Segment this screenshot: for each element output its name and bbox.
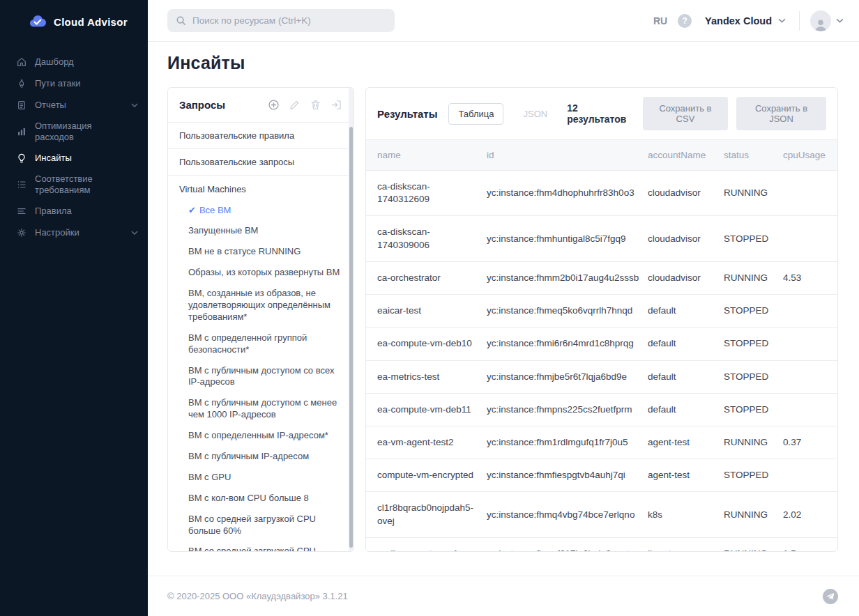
sidebar-item-reports[interactable]: Отчеты	[0, 94, 148, 116]
help-icon[interactable]: ?	[678, 14, 692, 28]
query-item-label: ВМ со средней загрузкой CPU больше 60%	[188, 514, 347, 537]
cell-account-name: cloudadvisor	[648, 171, 724, 216]
tab-table[interactable]: Таблица	[448, 103, 503, 125]
sidebar-item-rules[interactable]: Правила	[0, 200, 148, 222]
cell-status: STOPPED	[724, 328, 783, 360]
table-row[interactable]: ea-compute-vm-deb11 yc:instance:fhmpns22…	[366, 393, 837, 426]
tab-json[interactable]: JSON	[513, 103, 557, 125]
cell-id: yc:instance:fhm1rdlmgufq1fr7j0u5	[487, 426, 648, 459]
search-input[interactable]	[192, 15, 386, 26]
table-row[interactable]: ca-diskscan-1740312609 yc:instance:fhm4d…	[366, 171, 837, 216]
page-title: Инсайты	[167, 53, 838, 73]
sidebar-item-insights[interactable]: Инсайты	[0, 147, 148, 169]
column-header-name: name	[366, 140, 487, 171]
sidebar-item-label: Настройки	[35, 227, 79, 238]
table-row[interactable]: ca-diskscan-1740309006 yc:instance:fhmhu…	[366, 216, 837, 261]
query-section-custom-queries[interactable]: Пользовательские запросы	[168, 148, 354, 175]
sidebar-item-label: Отчеты	[35, 100, 66, 111]
query-item-label: ВМ с определенной группой безопасности*	[188, 332, 347, 356]
cell-status: STOPPED	[724, 216, 783, 261]
org-switcher[interactable]: Yandex Cloud	[702, 15, 789, 26]
add-query-button[interactable]	[268, 99, 280, 111]
query-item-label: Все ВМ	[199, 205, 231, 217]
scrollbar-thumb[interactable]	[349, 127, 353, 548]
query-item[interactable]: ✔ ВМ с определенным IP-адресом*	[188, 426, 347, 447]
language-switcher[interactable]: RU	[653, 15, 667, 26]
org-name: Yandex Cloud	[705, 15, 772, 26]
cell-name: ca-diskscan-1740312609	[366, 171, 487, 216]
cell-cpu-usage	[783, 216, 837, 261]
telegram-icon[interactable]	[823, 589, 838, 604]
query-item[interactable]: ✔ ВМ с определенной группой безопасности…	[188, 328, 347, 360]
cell-cpu-usage: 1.5	[783, 537, 837, 552]
chevron-down-icon	[131, 103, 138, 107]
query-item[interactable]: ✔ ВМ с GPU	[188, 467, 347, 488]
cell-id: yc:instance:fhmeq5ko6vqrrlh7hnqd	[487, 295, 648, 328]
check-icon: ✔	[188, 205, 196, 217]
cell-cpu-usage: 0.37	[783, 426, 837, 459]
home-icon	[15, 56, 27, 68]
export-query-button[interactable]	[330, 99, 342, 111]
chevron-down-icon	[778, 18, 786, 23]
sidebar-item-attack-paths[interactable]: Пути атаки	[0, 72, 148, 94]
queries-title: Запросы	[179, 99, 225, 111]
table-row[interactable]: ea-lb-compute-vm1 yc:instance:fhmgf617in…	[366, 537, 837, 552]
rules-icon	[15, 205, 27, 217]
cell-id: yc:instance:fhmi6r6n4mrd1c8hprqg	[487, 328, 648, 360]
query-item-label: ВМ с публичным доступом со всех IP-адрес…	[188, 365, 347, 389]
column-header-cpuusage: cpuUsage	[783, 140, 837, 171]
table-row[interactable]: compute-vm-encrypted yc:instance:fhmfies…	[366, 459, 837, 492]
save-json-button[interactable]: Сохранить в JSON	[736, 97, 826, 130]
query-item[interactable]: ✔ ВМ со средней загрузкой CPU больше 60%	[188, 509, 347, 541]
table-row[interactable]: ea-metrics-test yc:instance:fhmjbe5r6t7l…	[366, 360, 837, 393]
query-item[interactable]: ✔ Запущенные ВМ	[188, 221, 347, 242]
cell-name: ea-metrics-test	[366, 360, 487, 393]
sidebar-item-dashboard[interactable]: Дашборд	[0, 51, 148, 72]
query-item[interactable]: ✔ ВМ, созданные из образов, не удовлетво…	[188, 284, 347, 328]
main-area: RU ? Yandex Cloud Инсайты Запро	[148, 0, 859, 616]
cell-id: yc:instance:fhm4dhophuhrfr83h0o3	[487, 171, 648, 216]
sidebar-nav: Дашборд Пути атаки Отчеты Оптимизация ра…	[0, 51, 148, 243]
sidebar-item-label: Правила	[35, 206, 72, 217]
delete-query-button[interactable]	[310, 99, 321, 111]
table-row[interactable]: eaicar-test yc:instance:fhmeq5ko6vqrrlh7…	[366, 295, 837, 328]
cloud-advisor-logo-icon	[28, 13, 47, 31]
table-row[interactable]: ca-orchestrator yc:instance:fhmm2b0i17au…	[366, 261, 837, 294]
query-item[interactable]: ✔ Все ВМ	[188, 200, 347, 221]
save-csv-button[interactable]: Сохранить в CSV	[643, 97, 728, 130]
user-menu[interactable]	[810, 10, 844, 31]
table-header-row: name id accountName status cpuUsage	[366, 140, 837, 171]
column-header-accountname: accountName	[648, 140, 724, 171]
query-item-label: ВМ с публичным IP-адресом	[188, 451, 309, 463]
query-item[interactable]: ✔ ВМ с публичным доступом с менее чем 10…	[188, 393, 347, 426]
table-row[interactable]: ea-compute-vm-deb10 yc:instance:fhmi6r6n…	[366, 328, 837, 360]
cell-name: ea-vm-agent-test2	[366, 426, 487, 459]
query-item[interactable]: ✔ ВМ с публичным IP-адресом	[188, 446, 347, 467]
sidebar-item-cost-optimization[interactable]: Оптимизация расходов	[0, 116, 148, 147]
sidebar-item-settings[interactable]: Настройки	[0, 222, 148, 243]
cell-name: ca-diskscan-1740309006	[366, 216, 487, 261]
query-item[interactable]: ✔ ВМ не в статусе RUNNING	[188, 242, 347, 263]
query-item[interactable]: ✔ ВМ со средней загрузкой CPU меньше 10%	[188, 541, 347, 552]
query-section-custom-rules[interactable]: Пользовательские правила	[168, 122, 354, 148]
edit-query-button[interactable]	[289, 99, 301, 111]
query-item[interactable]: ✔ ВМ с публичным доступом со всех IP-адр…	[188, 360, 347, 393]
cell-name: ea-compute-vm-deb10	[366, 328, 487, 360]
cell-id: yc:instance:fhmjbe5r6t7lqja6bd9e	[487, 360, 648, 393]
add-query-icon	[268, 99, 280, 111]
query-item-label: ВМ с определенным IP-адресом*	[188, 430, 328, 442]
cell-id: yc:instance:fhmhuntigal8c5i7fgq9	[487, 216, 648, 261]
cell-cpu-usage: 4.53	[783, 261, 837, 294]
results-count: 12 результатов	[567, 102, 633, 125]
sidebar-item-label: Инсайты	[35, 153, 72, 164]
avatar	[810, 10, 831, 31]
sidebar-item-label: Оптимизация расходов	[35, 121, 132, 142]
sidebar-item-compliance[interactable]: Соответствие требованиям	[0, 169, 148, 200]
cell-status: RUNNING	[724, 171, 783, 216]
resource-search[interactable]	[167, 9, 395, 32]
query-item[interactable]: ✔ ВМ с кол-вом CPU больше 8	[188, 488, 347, 509]
query-group-virtual-machines[interactable]: Virtual Machines	[168, 175, 354, 199]
table-row[interactable]: ea-vm-agent-test2 yc:instance:fhm1rdlmgu…	[366, 426, 837, 459]
query-item[interactable]: ✔ Образы, из которых развернуты ВМ	[188, 263, 347, 284]
table-row[interactable]: cl1r8bqracb0nojpdah5-ovej yc:instance:fh…	[366, 492, 837, 537]
